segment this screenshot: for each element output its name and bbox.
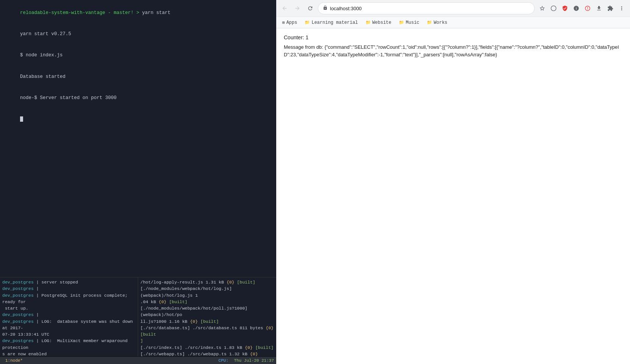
vim-status-bar: 1:node* CPU: Thu Jul-20 21:37 xyxy=(0,356,276,364)
bright-line-3: .04 kB {0} [built] xyxy=(140,299,274,305)
bright-line-1: /hot/log-apply-result.js 1.31 kB {0} [bu… xyxy=(140,279,274,285)
blog-line-6: dev_postgres | LOG: database system was … xyxy=(2,318,135,331)
bookmark-music-label: Music xyxy=(406,20,419,25)
browser-chrome: ⊞ Apps 📁 Learning material 📁 Website 📁 M… xyxy=(276,0,630,28)
bright-line-2: [./node_modules/webpack/hot/log.js] (web… xyxy=(140,285,274,299)
bookmark-learning-material[interactable]: 📁 Learning material xyxy=(302,19,361,26)
extension-icon-button[interactable] xyxy=(605,3,616,14)
terminal-bottom-left: dev_postgres | server stopped dev_postgr… xyxy=(0,277,138,356)
bright-line-9: [./src/webapp.ts] ./src/webapp.ts 1.32 k… xyxy=(140,351,274,356)
bookmark-website[interactable]: 📁 Website xyxy=(362,19,394,26)
bright-line-7: ] xyxy=(140,338,274,344)
bright-line-6: [./src/database.ts] ./src/database.ts 81… xyxy=(140,325,274,338)
apps-bookmark-icon: ⊞ xyxy=(282,20,285,25)
bright-line-4: [./node_modules/webpack/hot/poll.js?1000… xyxy=(140,305,274,318)
refresh-icon-button[interactable] xyxy=(548,3,559,14)
vim-right-status: CPU: Thu Jul-20 21:37 xyxy=(217,358,274,363)
browser-pane: ⊞ Apps 📁 Learning material 📁 Website 📁 M… xyxy=(276,0,630,364)
blog-line-4: start up. xyxy=(2,305,135,311)
learning-material-bookmark-icon: 📁 xyxy=(305,20,310,25)
cpu-label: CPU: xyxy=(217,358,230,363)
bright-line-5: ll.js?1000 1.16 kB {0} [built] xyxy=(140,318,274,325)
forward-button[interactable] xyxy=(292,3,303,14)
bookmark-apps[interactable]: ⊞ Apps xyxy=(279,19,300,26)
vim-filename: 1:node* xyxy=(5,358,23,363)
blog-line-1: dev_postgres | server stopped xyxy=(2,279,135,285)
blog-line-8: dev_postgres | LOG: MultiXact member wra… xyxy=(2,338,135,351)
message-label: Message from db: xyxy=(284,44,325,50)
date-label: Thu Jul-20 21:37 xyxy=(234,358,274,363)
bookmark-learning-material-label: Learning material xyxy=(311,20,358,25)
bookmarks-bar: ⊞ Apps 📁 Learning material 📁 Website 📁 M… xyxy=(276,17,630,28)
address-bar-container[interactable] xyxy=(318,2,535,14)
back-button[interactable] xyxy=(279,3,290,14)
terminal-line-4: Database started xyxy=(3,66,273,87)
terminal-cursor-line xyxy=(3,108,273,130)
bookmark-works-label: Works xyxy=(434,20,447,25)
terminal-line-5: node-$ Server started on port 3000 xyxy=(3,87,273,108)
lock-icon xyxy=(323,5,328,12)
toolbar-right-icons xyxy=(537,3,627,14)
bookmark-apps-label: Apps xyxy=(286,20,297,25)
bookmark-star-button[interactable] xyxy=(537,3,548,14)
music-bookmark-icon: 📁 xyxy=(399,20,404,25)
bright-line-8: [./src/index.ts] ./src/index.ts 1.83 kB … xyxy=(140,344,274,351)
blog-line-3: dev_postgres | PostgreSQL init process c… xyxy=(2,292,135,305)
blog-line-5: dev_postgres | xyxy=(2,311,135,318)
refresh-button[interactable] xyxy=(305,3,316,14)
address-input[interactable] xyxy=(330,6,530,11)
download-icon-button[interactable] xyxy=(594,3,604,14)
browser-toolbar xyxy=(276,0,630,17)
blog-line-2: dev_postgres | xyxy=(2,285,135,292)
terminal-line-1: reloadable-system-with-vantage - master!… xyxy=(3,2,273,23)
svg-point-0 xyxy=(551,6,556,11)
terminal-bottom-right: /hot/log-apply-result.js 1.31 kB {0} [bu… xyxy=(138,277,276,356)
browser-content: Counter: 1 Message from db: {"command":"… xyxy=(276,28,630,364)
counter-display: Counter: 1 xyxy=(284,34,622,40)
terminal-line-3: $ node index.js xyxy=(3,45,273,66)
vivaldi-icon-button[interactable] xyxy=(582,3,593,14)
terminal-bottom: dev_postgres | server stopped dev_postgr… xyxy=(0,277,276,356)
terminal-line-2: yarn start v0.27.5 xyxy=(3,23,273,45)
menu-icon-button[interactable] xyxy=(616,3,627,14)
terminal-top: reloadable-system-with-vantage - master!… xyxy=(0,0,276,277)
terminal-pane: reloadable-system-with-vantage - master!… xyxy=(0,0,276,364)
shield-icon-button[interactable] xyxy=(560,3,570,14)
message-value: {"command":"SELECT","rowCount":1,"oid":n… xyxy=(284,44,619,57)
info-icon-button[interactable] xyxy=(571,3,582,14)
blog-line-7: 07-20 13:33:41 UTC xyxy=(2,331,135,338)
bookmark-works[interactable]: 📁 Works xyxy=(424,19,450,26)
blog-line-9: s are now enabled xyxy=(2,351,135,356)
bookmark-music[interactable]: 📁 Music xyxy=(396,19,422,26)
bookmark-website-label: Website xyxy=(372,20,391,25)
message-display: Message from db: {"command":"SELECT","ro… xyxy=(284,43,622,58)
works-bookmark-icon: 📁 xyxy=(427,20,432,25)
website-bookmark-icon: 📁 xyxy=(366,20,371,25)
